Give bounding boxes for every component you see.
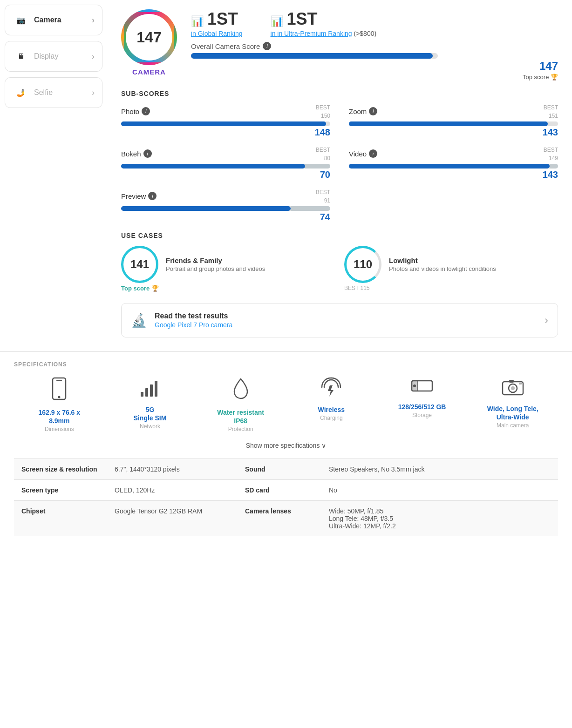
- selfie-icon: 🤳: [13, 84, 29, 101]
- storage-desc: Storage: [377, 412, 468, 418]
- sub-scores-title: SUB-SCORES: [121, 90, 558, 97]
- svg-rect-3: [141, 392, 143, 397]
- global-rank-number: 1ST: [207, 9, 238, 29]
- wireless-value: Wireless: [286, 405, 377, 414]
- specs-icons-row: 162.9 x 76.6 x 8.9mm Dimensions 5G Singl…: [14, 377, 558, 432]
- spec-label: Screen type: [14, 480, 107, 501]
- specs-table: Screen size & resolution 6.7", 1440*3120…: [14, 458, 558, 536]
- spec-label: Sound: [238, 459, 321, 480]
- specifications-section: SPECIFICATIONS 162.9 x 76.6 x 8.9mm Dime…: [0, 351, 572, 546]
- spec-value: 6.7", 1440*3120 pixels: [107, 459, 238, 480]
- sidebar-item-selfie[interactable]: 🤳 Selfie ›: [5, 77, 102, 108]
- table-row: Chipset Google Tensor G2 12GB RAM Camera…: [14, 501, 558, 537]
- bokeh-info-icon[interactable]: i: [143, 149, 152, 158]
- zoom-info-icon[interactable]: i: [369, 107, 377, 115]
- overall-score-value: 147: [539, 60, 558, 73]
- preview-best-label: BEST: [316, 189, 330, 195]
- photo-score-value: 148: [121, 127, 330, 138]
- spec-value: No: [321, 480, 558, 501]
- dimensions-icon: [14, 377, 105, 404]
- spec-dimensions: 162.9 x 76.6 x 8.9mm Dimensions: [14, 377, 105, 432]
- friends-family-circle: 141: [121, 246, 158, 283]
- sub-score-name-photo: Photo i: [121, 107, 150, 115]
- wireless-charging-icon: [286, 377, 377, 402]
- premium-ranking-link[interactable]: in in Ultra-Premium Ranking: [271, 30, 352, 37]
- protection-value: Water resistant IP68: [195, 408, 286, 425]
- main-camera-value: Wide, Long Tele, Ultra-Wide: [467, 404, 558, 421]
- spec-label: Camera lenses: [238, 501, 321, 537]
- sidebar-item-display[interactable]: 🖥 Display ›: [5, 41, 102, 72]
- video-info-icon[interactable]: i: [369, 149, 377, 158]
- lowlight-circle: 110: [344, 246, 381, 283]
- video-score-value: 143: [349, 169, 558, 180]
- friends-family-desc: Portrait and group photos and videos: [166, 265, 265, 272]
- lowlight-desc: Photos and videos in lowlight conditions: [389, 265, 496, 272]
- zoom-score-value: 143: [349, 127, 558, 138]
- network-desc: Network: [105, 423, 196, 430]
- table-row: Screen size & resolution 6.7", 1440*3120…: [14, 459, 558, 480]
- zoom-best-value: 151: [549, 113, 558, 119]
- sub-score-name-bokeh: Bokeh i: [121, 149, 152, 158]
- info-icon[interactable]: i: [263, 42, 271, 50]
- sidebar-item-camera[interactable]: 📷 Camera ›: [5, 5, 102, 35]
- premium-rank-bars-icon: 📊: [271, 15, 283, 27]
- camera-icon: 📷: [13, 12, 29, 28]
- display-icon: 🖥: [13, 48, 29, 65]
- protection-desc: Protection: [195, 426, 286, 432]
- global-ranking-link[interactable]: in Global Ranking: [191, 30, 243, 37]
- svg-rect-1: [56, 380, 62, 381]
- use-case-friends-family: 141 Friends & Family Portrait and group …: [121, 246, 335, 292]
- use-cases-grid: 141 Friends & Family Portrait and group …: [121, 246, 558, 292]
- specs-title: SPECIFICATIONS: [14, 361, 558, 368]
- overall-score-bar: 147 Top score 🏆: [191, 53, 558, 81]
- premium-rank-number: 1ST: [287, 9, 318, 29]
- lowlight-best-tag: BEST 115: [344, 285, 558, 291]
- bokeh-best-label: BEST: [316, 147, 330, 153]
- svg-point-11: [413, 384, 416, 387]
- svg-point-14: [511, 386, 515, 390]
- spec-value: Stereo Speakers, No 3.5mm jack: [321, 459, 558, 480]
- photo-info-icon[interactable]: i: [142, 107, 150, 115]
- wireless-desc: Charging: [286, 415, 377, 421]
- preview-best-value: 91: [324, 197, 330, 204]
- bokeh-best-value: 80: [324, 155, 330, 162]
- read-results-chevron-icon: ›: [545, 314, 548, 327]
- top-score-label: Top score 🏆: [191, 74, 558, 81]
- svg-marker-7: [328, 385, 334, 397]
- show-more-specs-button[interactable]: Show more specifications ∨: [14, 442, 558, 449]
- sub-score-video: Video i BEST 149 143: [349, 145, 558, 180]
- global-rank-label: in Global Ranking: [191, 30, 243, 37]
- sidebar-label-camera: Camera: [34, 16, 92, 24]
- score-number: 147: [136, 29, 161, 46]
- preview-info-icon[interactable]: i: [148, 192, 157, 200]
- spec-wireless-charging: Wireless Charging: [286, 377, 377, 421]
- photo-best-value: 150: [321, 113, 330, 119]
- svg-rect-15: [509, 380, 514, 383]
- sub-scores-grid: Photo i BEST 150 148 Zoom i: [121, 103, 558, 222]
- table-row: Screen type OLED, 120Hz SD card No: [14, 480, 558, 501]
- bokeh-score-value: 70: [121, 169, 330, 180]
- read-results-box[interactable]: 🔬 Read the test results Google Pixel 7 P…: [121, 303, 558, 337]
- score-circle: 147: [121, 9, 177, 65]
- spec-network: 5G Single SIM Network: [105, 377, 196, 430]
- sidebar-label-display: Display: [34, 52, 92, 61]
- main-camera-icon: [467, 377, 558, 401]
- storage-icon: [377, 377, 468, 399]
- sub-score-name-zoom: Zoom i: [349, 107, 377, 115]
- network-value: 5G Single SIM: [105, 405, 196, 422]
- dimensions-value: 162.9 x 76.6 x 8.9mm: [14, 408, 105, 425]
- sub-score-bokeh: Bokeh i BEST 80 70: [121, 145, 330, 180]
- sub-score-name-video: Video i: [349, 149, 377, 158]
- water-resistant-icon: [195, 377, 286, 404]
- sub-score-preview: Preview i BEST 91 74: [121, 188, 330, 222]
- spec-label: SD card: [238, 480, 321, 501]
- zoom-best-label: BEST: [544, 104, 558, 111]
- friends-family-top-score: Top score 🏆: [121, 285, 335, 292]
- spec-protection: Water resistant IP68 Protection: [195, 377, 286, 432]
- read-results-link[interactable]: Google Pixel 7 Pro camera: [155, 321, 537, 329]
- svg-point-2: [58, 396, 61, 398]
- use-case-lowlight: 110 Lowlight Photos and videos in lowlig…: [344, 246, 558, 292]
- spec-label: Chipset: [14, 501, 107, 537]
- chevron-right-icon: ›: [92, 15, 95, 25]
- use-cases-title: USE CASES: [121, 232, 558, 239]
